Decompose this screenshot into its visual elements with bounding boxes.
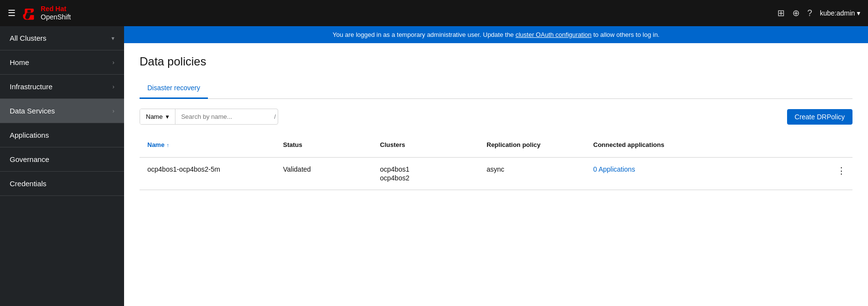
column-name-label: Name bbox=[147, 141, 164, 148]
data-table: Name ↑ Status Clusters Replication polic… bbox=[140, 132, 852, 190]
hamburger-menu-icon[interactable]: ☰ bbox=[8, 8, 16, 18]
tabs-bar: Disaster recovery bbox=[140, 78, 852, 99]
cluster-values: ocp4bos1 ocp4bos2 bbox=[380, 165, 471, 182]
page-title: Data policies bbox=[140, 55, 852, 68]
sidebar-label-all-clusters: All Clusters bbox=[10, 34, 47, 42]
filter-name-dropdown[interactable]: Name ▾ bbox=[140, 109, 175, 124]
help-icon[interactable]: ? bbox=[807, 8, 812, 18]
sidebar-item-credentials[interactable]: Credentials bbox=[0, 172, 124, 196]
filter-group: Name ▾ / bbox=[140, 109, 278, 125]
filter-slash: / bbox=[272, 110, 278, 124]
sidebar-label-infrastructure: Infrastructure bbox=[10, 82, 52, 91]
create-drpolicy-button[interactable]: Create DRPolicy bbox=[787, 109, 852, 125]
oauth-config-link[interactable]: cluster OAuth configuration bbox=[516, 31, 592, 38]
toolbar-filters: Name ▾ / bbox=[140, 109, 278, 125]
search-input[interactable] bbox=[175, 109, 272, 124]
sidebar-item-home[interactable]: Home › bbox=[0, 50, 124, 75]
chevron-right-icon: › bbox=[112, 108, 114, 114]
sidebar-label-home: Home bbox=[10, 58, 29, 66]
cell-connected-apps[interactable]: 0 Applications bbox=[585, 158, 833, 181]
column-header-status: Status bbox=[275, 137, 372, 152]
sidebar: All Clusters ▾ Home › Infrastructure › D… bbox=[0, 26, 124, 306]
cell-actions: ⋮ bbox=[833, 158, 852, 184]
apps-grid-icon[interactable]: ⊞ bbox=[777, 8, 785, 18]
brand-product: OpenShift bbox=[41, 13, 71, 21]
kebab-menu-button[interactable]: ⋮ bbox=[833, 158, 850, 184]
sidebar-item-data-services[interactable]: Data Services › bbox=[0, 99, 124, 123]
filter-dropdown-icon: ▾ bbox=[166, 113, 169, 120]
cell-replication: async bbox=[479, 158, 585, 181]
cluster-value-2: ocp4bos2 bbox=[380, 174, 471, 182]
chevron-down-icon: ▾ bbox=[111, 35, 114, 42]
sidebar-label-data-services: Data Services bbox=[10, 107, 55, 115]
column-header-replication: Replication policy bbox=[479, 137, 585, 152]
cell-status: Validated bbox=[275, 158, 372, 181]
column-header-connected: Connected applications bbox=[585, 137, 833, 152]
sidebar-item-governance[interactable]: Governance bbox=[0, 147, 124, 172]
column-header-name[interactable]: Name ↑ bbox=[140, 137, 275, 152]
cell-clusters: ocp4bos1 ocp4bos2 bbox=[372, 158, 479, 190]
banner-text-after: to allow others to log in. bbox=[592, 31, 660, 38]
info-banner: You are logged in as a temporary adminis… bbox=[124, 26, 868, 43]
add-icon[interactable]: ⊕ bbox=[792, 8, 800, 18]
sidebar-item-infrastructure[interactable]: Infrastructure › bbox=[0, 75, 124, 99]
redhat-logo-icon bbox=[21, 5, 37, 21]
sort-asc-icon: ↑ bbox=[166, 142, 169, 148]
top-nav: ☰ Red Hat OpenShift ⊞ ⊕ ? kube:admin ▾ bbox=[0, 0, 868, 26]
brand-text: Red Hat OpenShift bbox=[41, 5, 71, 21]
filter-name-label: Name bbox=[146, 113, 163, 120]
sidebar-item-all-clusters[interactable]: All Clusters ▾ bbox=[0, 26, 124, 50]
column-header-actions bbox=[833, 137, 852, 152]
chevron-right-icon: › bbox=[112, 59, 114, 66]
brand-red-hat: Red Hat bbox=[41, 5, 71, 13]
tab-disaster-recovery[interactable]: Disaster recovery bbox=[140, 78, 208, 99]
cluster-value-1: ocp4bos1 bbox=[380, 165, 471, 173]
page-content: Data policies Disaster recovery Name ▾ /… bbox=[124, 43, 868, 202]
cell-name: ocp4bos1-ocp4bos2-5m bbox=[140, 158, 275, 181]
table-row: ocp4bos1-ocp4bos2-5m Validated ocp4bos1 … bbox=[140, 158, 852, 190]
chevron-right-icon: › bbox=[112, 83, 114, 90]
user-menu[interactable]: kube:admin ▾ bbox=[820, 9, 860, 17]
table-header: Name ↑ Status Clusters Replication polic… bbox=[140, 132, 852, 158]
column-header-clusters: Clusters bbox=[372, 137, 479, 152]
sidebar-item-applications[interactable]: Applications bbox=[0, 123, 124, 147]
banner-text-before: You are logged in as a temporary adminis… bbox=[332, 31, 515, 38]
toolbar: Name ▾ / Create DRPolicy bbox=[140, 109, 852, 125]
brand-logo: Red Hat OpenShift bbox=[21, 5, 71, 21]
main-content: You are logged in as a temporary adminis… bbox=[124, 26, 868, 306]
